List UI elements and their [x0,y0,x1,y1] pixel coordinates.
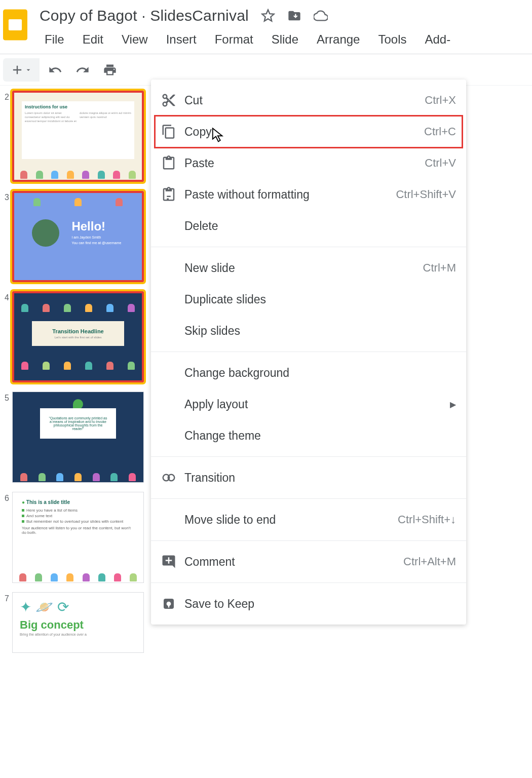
cm-shortcut: Ctrl+V [425,157,456,170]
document-title[interactable]: Copy of Bagot · SlidesCarnival [40,7,249,24]
redo-button[interactable] [71,58,94,82]
svg-rect-1 [9,19,22,30]
cloud-icon[interactable] [314,9,328,23]
cm-separator [151,352,466,352]
slide-thumbnail-7[interactable]: ✦ 🪐 ⟳ Big concept Bring the attention of… [12,592,144,653]
new-slide-button[interactable] [3,58,40,82]
cm-label: Save to Keep [184,597,456,611]
thumb-number: 3 [0,191,12,202]
cm-shortcut: Ctrl+Shift+↓ [398,513,456,526]
menu-slide[interactable]: Slide [272,32,298,47]
move-folder-icon[interactable] [287,9,301,23]
cm-separator [151,498,466,499]
plus-icon [10,63,24,77]
menu-addons[interactable]: Add- [425,32,450,47]
transition-icon [161,470,176,485]
decoration-strip [14,193,142,207]
thumb-wrap-7: 7 ✦ 🪐 ⟳ Big concept Bring the attention … [0,592,148,653]
cm-label: Skip slides [184,324,456,338]
slide-content: ✦ 🪐 ⟳ Big concept Bring the attention of… [13,593,143,642]
cm-duplicate[interactable]: Duplicate slides [151,284,466,315]
cm-label: Cut [184,94,425,107]
cm-transition[interactable]: Transition [151,462,466,493]
menubar: File Edit View Insert Format Slide Arran… [40,29,532,54]
cm-move-end[interactable]: Move slide to end Ctrl+Shift+↓ [151,504,466,535]
menu-edit[interactable]: Edit [83,32,103,47]
cm-cut[interactable]: Cut Ctrl+X [151,85,466,116]
decoration-strip [13,568,143,582]
print-button[interactable] [98,58,122,82]
cm-shortcut: Ctrl+Shift+V [396,188,456,201]
thumb-wrap-3: 3 Hello! I am Jayden Smith You can find … [0,191,148,282]
menu-tools[interactable]: Tools [378,32,406,47]
cm-label: Change background [184,366,456,380]
undo-icon [48,63,62,77]
menu-file[interactable]: File [45,32,64,47]
slide-thumbnail-4[interactable]: Transition Headline Let's start with the… [12,291,144,382]
cm-paste[interactable]: Paste Ctrl+V [151,147,466,179]
slide-thumbnail-6[interactable]: ● This is a slide title Here you have a … [12,492,144,583]
cm-label: Paste without formatting [184,188,396,202]
cm-change-theme[interactable]: Change theme [151,420,466,451]
menu-view[interactable]: View [122,32,148,47]
thumb-number: 5 [0,392,12,403]
cut-icon [161,93,176,108]
cm-label: Copy [184,125,424,139]
dropdown-icon [24,63,32,77]
thumb-wrap-5: 5 "Quotations are commonly printed as a … [0,392,148,483]
slide-title: Instructions for use [25,104,131,109]
cm-shortcut: Ctrl+X [425,94,456,107]
cm-delete[interactable]: Delete [151,210,466,242]
cm-apply-layout[interactable]: Apply layout ▶ [151,388,466,420]
copy-icon [161,124,176,139]
cm-label: Transition [184,471,456,485]
menu-insert[interactable]: Insert [166,32,197,47]
cm-separator [151,456,466,457]
menu-format[interactable]: Format [215,32,253,47]
undo-button[interactable] [44,58,67,82]
slide-thumbnail-3[interactable]: Hello! I am Jayden Smith You can find me… [12,191,144,282]
slide-title: ● This is a slide title [22,499,134,505]
slides-logo[interactable] [0,5,30,46]
chevron-right-icon: ▶ [450,400,456,409]
thumb-number: 4 [0,291,12,302]
thumb-number: 7 [0,592,12,603]
menu-arrange[interactable]: Arrange [317,32,360,47]
redo-icon [75,63,90,77]
paste-icon [161,155,176,171]
cm-label: Apply layout [184,398,450,411]
thumbnail-panel[interactable]: 2 Instructions for use Lorem ipsum dolor… [0,86,155,767]
cm-copy[interactable]: Copy Ctrl+C [151,116,466,147]
cm-skip[interactable]: Skip slides [151,315,466,346]
cm-new-slide[interactable]: New slide Ctrl+M [151,252,466,284]
avatar [32,219,59,247]
cm-label: Paste [184,157,425,170]
slide-subtitle: Let's start with the first set of slides [36,336,120,339]
thumb-wrap-4: 4 Transition Headline Let's start with t… [0,291,148,382]
slide-content: Transition Headline Let's start with the… [32,321,124,346]
slide-thumbnail-2[interactable]: Instructions for use Lorem ipsum dolor s… [12,91,144,182]
cm-label: Delete [184,219,456,233]
cm-save-keep[interactable]: Save to Keep [151,588,466,619]
keep-icon [161,596,176,611]
cm-shortcut: Ctrl+C [424,125,456,138]
slide-title: Big concept [20,618,136,632]
decoration-strip [13,468,143,482]
cm-comment[interactable]: Comment Ctrl+Alt+M [151,546,466,577]
print-icon [103,63,117,77]
app-header: Copy of Bagot · SlidesCarnival File Edit… [0,0,532,54]
context-menu: Cut Ctrl+X Copy Ctrl+C Paste Ctrl+V Past… [151,80,466,625]
slide-content: "Quotations are commonly printed as a me… [40,408,116,439]
cm-label: Move slide to end [184,513,398,527]
cm-paste-plain[interactable]: Paste without formatting Ctrl+Shift+V [151,179,466,210]
title-row: Copy of Bagot · SlidesCarnival [40,5,532,29]
thumb-number: 2 [0,91,12,102]
slide-content: ● This is a slide title Here you have a … [13,492,143,542]
slide-thumbnail-5[interactable]: "Quotations are commonly printed as a me… [12,392,144,483]
cm-label: New slide [184,261,423,275]
thumb-wrap-6: 6 ● This is a slide title Here you have … [0,492,148,583]
slides-logo-icon [3,9,27,41]
star-icon[interactable] [261,9,275,23]
cm-change-bg[interactable]: Change background [151,357,466,388]
cm-separator [151,247,466,247]
